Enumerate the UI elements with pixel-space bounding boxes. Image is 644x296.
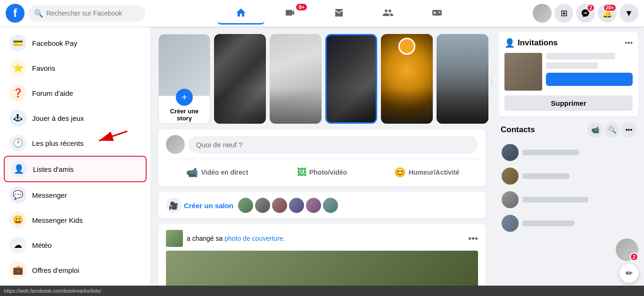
photo-video-icon: 🖼: [297, 167, 306, 178]
contact-item-3[interactable]: [499, 188, 638, 211]
nav-home[interactable]: [217, 2, 264, 25]
story-plus-icon: +: [176, 89, 193, 106]
contact-name-blur-1: [522, 150, 579, 155]
invitation-right: [546, 53, 633, 91]
contact-item-4[interactable]: [499, 212, 638, 235]
notifications-button[interactable]: 🔔 20+: [598, 4, 617, 23]
contact-avatar-3: [502, 191, 519, 208]
sidebar-item-forum-aide[interactable]: ❓ Forum d'aide: [4, 81, 147, 105]
messenger-icon: 💬: [9, 186, 26, 203]
contact-name-blur-2: [522, 173, 570, 179]
invitation-confirm-button[interactable]: [546, 73, 633, 86]
search-icon: 🔍: [34, 9, 43, 18]
salon-av-2: [255, 198, 270, 213]
video-direct-button[interactable]: 📹 Vidéo en direct: [166, 164, 269, 181]
bottom-url: https://web.facebook.com/bookmarks/lists…: [4, 288, 101, 294]
nav-video[interactable]: 9+: [266, 2, 314, 25]
photo-video-button[interactable]: 🖼 Photo/vidéo: [271, 164, 373, 181]
humeur-button[interactable]: 😊 Humeur/Activité: [375, 164, 478, 181]
salon-box: 🎥 Créer un salon: [158, 192, 486, 219]
salon-av-6: [323, 198, 338, 213]
video-direct-icon: 📹: [186, 167, 198, 178]
messenger-kids-icon: 😀: [9, 211, 26, 228]
sidebar-item-messenger[interactable]: 💬 Messenger: [4, 183, 147, 207]
invitations-more-icon[interactable]: •••: [625, 39, 633, 47]
nav-groups[interactable]: [364, 2, 412, 25]
post-actions: 📹 Vidéo en direct 🖼 Photo/vidéo 😊 Humeur…: [166, 159, 478, 181]
contacts-video-button[interactable]: 📹: [587, 122, 603, 137]
sidebar-item-favoris[interactable]: ⭐ Favoris: [4, 56, 147, 80]
more-options-icon[interactable]: •••: [468, 233, 478, 244]
sidebar-item-messenger-kids[interactable]: 😀 Messenger Kids: [4, 208, 147, 232]
contact-item-1[interactable]: [499, 141, 638, 164]
sidebar-item-emploi[interactable]: 💼 Offres d'emploi: [4, 258, 147, 282]
center-feed: + Créer une story ›: [151, 26, 493, 296]
messenger-badge: 2: [586, 4, 595, 12]
listes-amis-icon: 👤: [10, 161, 27, 178]
news-post-cover-photo: [166, 251, 478, 288]
supprimer-button[interactable]: Supprimer: [504, 95, 633, 111]
story-card-2[interactable]: [270, 34, 322, 124]
post-box: Quoi de neuf ? 📹 Vidéo en direct 🖼 Photo…: [158, 129, 486, 186]
news-post: a changé sa photo de couverture. •••: [158, 224, 486, 294]
news-post-avatar: [166, 230, 183, 247]
story-card-3[interactable]: [325, 34, 377, 124]
create-story-card[interactable]: + Créer une story: [158, 34, 210, 124]
contact-avatar-1: [502, 144, 519, 161]
news-post-header: a changé sa photo de couverture. •••: [166, 230, 478, 247]
account-menu-button[interactable]: ▼: [619, 4, 638, 23]
messenger-button[interactable]: 2: [576, 4, 595, 23]
contacts-header: Contacts 📹 🔍 •••: [499, 122, 638, 137]
news-post-info: a changé sa photo de couverture.: [166, 230, 285, 247]
grid-button[interactable]: ⊞: [554, 4, 573, 23]
salon-av-1: [238, 198, 253, 213]
story-card-1[interactable]: [214, 34, 266, 124]
salon-av-3: [272, 198, 287, 213]
sidebar-label-emploi: Offres d'emploi: [32, 266, 79, 274]
contacts-search-button[interactable]: 🔍: [604, 122, 619, 137]
salon-av-5: [306, 198, 321, 213]
sidebar-item-jeux[interactable]: 🕹 Jouer à des jeux: [4, 106, 147, 130]
sidebar-label-forum-aide: Forum d'aide: [32, 89, 73, 97]
chat-compose-button[interactable]: ✏: [619, 264, 638, 283]
humeur-icon: 😊: [394, 167, 406, 178]
create-salon-button[interactable]: 🎥 Créer un salon: [166, 198, 233, 213]
post-box-top: Quoi de neuf ?: [166, 135, 478, 154]
contacts-more-button[interactable]: •••: [621, 122, 636, 137]
invitations-header: 👤 Invitations •••: [504, 38, 633, 48]
sidebar: 💳 Facebook Pay ⭐ Favoris ❓ Forum d'aide …: [0, 26, 151, 296]
sidebar-label-facebook-pay: Facebook Pay: [32, 39, 77, 47]
float-chat: 2 ✏: [616, 238, 638, 283]
chat-avatar-float[interactable]: 2: [616, 238, 638, 261]
sidebar-item-meteo[interactable]: ☁ Météo: [4, 233, 147, 257]
story-card-4[interactable]: [381, 34, 433, 124]
sidebar-label-messenger-kids: Messenger Kids: [32, 216, 83, 224]
contact-avatar-2: [502, 168, 519, 185]
sidebar-item-listes-amis[interactable]: 👤 Listes d'amis: [4, 156, 147, 182]
story-card-5[interactable]: [437, 34, 488, 124]
favoris-icon: ⭐: [9, 59, 26, 76]
search-input[interactable]: [46, 9, 140, 17]
sidebar-label-messenger: Messenger: [32, 191, 67, 199]
sidebar-item-recents[interactable]: 🕐 Les plus récents: [4, 131, 147, 155]
contact-avatar-4: [502, 215, 519, 232]
contacts-title: Contacts: [501, 125, 535, 135]
invitations-icon: 👤: [504, 38, 515, 48]
nav-center: 9+: [151, 2, 527, 25]
user-avatar[interactable]: [533, 4, 552, 23]
contact-name-blur-3: [522, 197, 588, 203]
nav-gamepad[interactable]: [413, 2, 461, 25]
post-input[interactable]: Quoi de neuf ?: [189, 136, 478, 153]
contacts-section: Contacts 📹 🔍 •••: [499, 122, 638, 235]
facebook-logo[interactable]: f: [6, 4, 25, 23]
contact-item-2[interactable]: [499, 165, 638, 187]
svg-rect-2: [433, 12, 436, 13]
sidebar-item-facebook-pay[interactable]: 💳 Facebook Pay: [4, 31, 147, 55]
news-post-link[interactable]: photo de couverture.: [224, 235, 285, 242]
contacts-actions: 📹 🔍 •••: [587, 122, 636, 137]
invitations-title: 👤 Invitations: [504, 38, 558, 48]
nav-store[interactable]: [315, 2, 363, 25]
sidebar-label-favoris: Favoris: [32, 64, 55, 72]
topnav: f 🔍 9+ ⊞ 2 🔔 20+: [0, 0, 644, 26]
search-box[interactable]: 🔍: [28, 5, 145, 22]
